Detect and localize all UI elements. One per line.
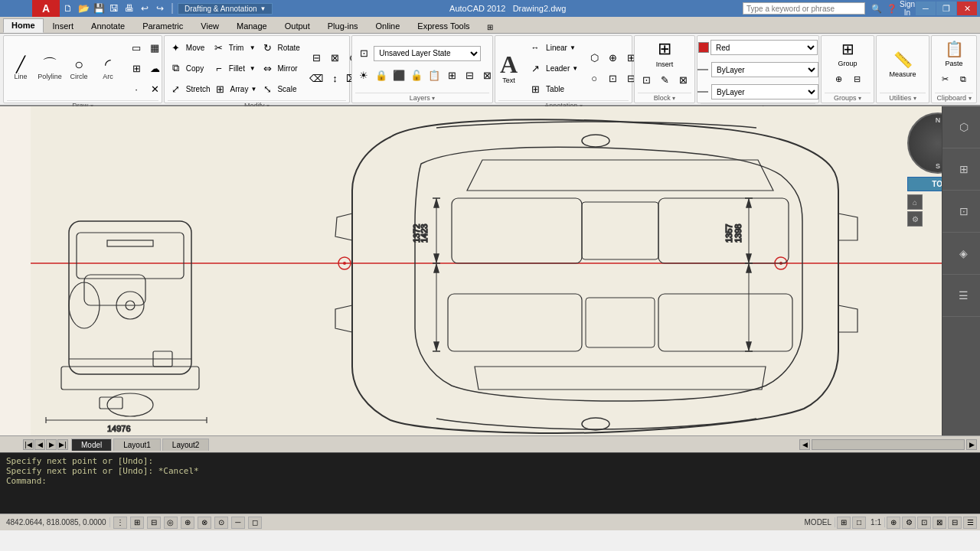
otrack-btn[interactable]: ⊗: [198, 517, 211, 529]
tab-layout2[interactable]: Layout2: [162, 439, 210, 451]
tab-extra[interactable]: ⊞: [482, 21, 498, 33]
group-label[interactable]: Group: [838, 60, 857, 67]
group-btn1[interactable]: ⊕: [830, 70, 847, 87]
layer-btn1[interactable]: ☀: [355, 67, 372, 84]
tab-output[interactable]: Output: [276, 19, 318, 33]
model-paper-btn[interactable]: ◻: [248, 517, 262, 529]
groups-dropdown[interactable]: ▾: [858, 95, 861, 102]
layer-btn3[interactable]: ⬛: [390, 67, 407, 84]
polyline-button[interactable]: ⌒ Polyline: [36, 55, 64, 82]
scale-button[interactable]: ⤡: [259, 80, 276, 97]
stretch-button[interactable]: ⤢: [168, 80, 185, 97]
text-label[interactable]: Text: [502, 77, 515, 84]
command-area[interactable]: Specify next point or [Undo]: Specify ne…: [0, 452, 980, 514]
array-button[interactable]: ⊞: [212, 80, 229, 97]
workspace-selector[interactable]: Drafting & Annotation ▼: [178, 3, 273, 15]
linear-dropdown[interactable]: ▼: [570, 44, 576, 51]
status-extra5[interactable]: ⊡: [917, 517, 931, 529]
maximize-button[interactable]: ❐: [936, 2, 956, 15]
point-button[interactable]: ·: [128, 80, 145, 97]
search-input[interactable]: [743, 2, 865, 15]
tab-nav-right2[interactable]: ▶|: [57, 439, 68, 450]
tab-home[interactable]: Home: [3, 18, 44, 33]
leader-label[interactable]: Leader: [546, 64, 570, 73]
new-button[interactable]: 🗋: [61, 2, 75, 15]
tab-nav-left2[interactable]: ◀: [34, 439, 45, 450]
tab-model[interactable]: Model: [71, 439, 112, 451]
fillet-dropdown[interactable]: ▼: [250, 65, 256, 72]
ann-extra2[interactable]: ⊕: [604, 50, 621, 67]
modify-edit2[interactable]: ⊠: [326, 50, 343, 67]
measure-label[interactable]: Measure: [889, 70, 916, 78]
insert-label[interactable]: Insert: [656, 60, 674, 68]
linetype-selector1[interactable]: ByLayer: [711, 62, 818, 77]
rectangle-button[interactable]: ▭: [128, 39, 145, 56]
polar-btn[interactable]: ◎: [164, 517, 178, 529]
rotate-button[interactable]: ↻: [259, 39, 276, 56]
layer-selector[interactable]: Unsaved Layer State: [374, 46, 481, 61]
side-btn-2[interactable]: ⊞: [942, 148, 980, 191]
status-extra6[interactable]: ⊠: [933, 517, 946, 529]
open-button[interactable]: 📂: [77, 2, 90, 15]
status-extra8[interactable]: ☰: [963, 517, 977, 529]
horizontal-scrollbar[interactable]: [812, 439, 965, 450]
scroll-right[interactable]: ▶: [966, 439, 977, 450]
block-edit1[interactable]: ⊡: [638, 71, 655, 88]
ann-extra6[interactable]: ⊡: [604, 70, 621, 87]
side-btn-4[interactable]: ◈: [942, 233, 980, 275]
ducs-btn[interactable]: ⊙: [214, 517, 228, 529]
ann-extra5[interactable]: ○: [586, 70, 603, 87]
modify-extra1[interactable]: ⌫: [308, 70, 325, 87]
tab-express-tools[interactable]: Express Tools: [409, 19, 478, 33]
status-extra1[interactable]: ⊞: [837, 517, 851, 529]
status-extra7[interactable]: ⊟: [948, 517, 962, 529]
layer-btn2[interactable]: 🔒: [373, 67, 390, 84]
search-button[interactable]: 🔍: [870, 2, 884, 15]
hatch-button[interactable]: ▦: [146, 39, 163, 56]
status-extra3[interactable]: ⊕: [887, 517, 900, 529]
tab-nav-left1[interactable]: |◀: [23, 439, 34, 450]
clipboard-btn2[interactable]: ⧉: [955, 70, 972, 87]
layer-properties-button[interactable]: ⊡: [355, 45, 372, 62]
status-extra2[interactable]: □: [852, 517, 866, 529]
side-btn-1[interactable]: ⬡: [942, 106, 980, 148]
status-extra4[interactable]: ⚙: [902, 517, 916, 529]
snap-btn[interactable]: ⋮: [113, 517, 127, 529]
side-btn-3[interactable]: ⊡: [942, 191, 980, 233]
mirror-button[interactable]: ⇔: [259, 60, 276, 77]
modify-edit1[interactable]: ⊟: [308, 50, 325, 67]
arc-button[interactable]: ◜ Arc: [94, 55, 122, 82]
print-button[interactable]: 🖶: [122, 2, 136, 15]
modify-extra2[interactable]: ↕: [326, 70, 343, 87]
layer-btn5[interactable]: 📋: [426, 67, 443, 84]
sign-in-button[interactable]: Sign In: [900, 2, 914, 15]
navcube-home-btn[interactable]: ⌂: [907, 194, 923, 210]
move-button[interactable]: ✦: [168, 39, 185, 56]
block-edit2[interactable]: ✎: [656, 71, 673, 88]
trim-button[interactable]: ✂: [211, 39, 227, 56]
linear-dim-icon[interactable]: ↔: [527, 39, 544, 56]
linetype-selector2[interactable]: ByLayer: [711, 84, 818, 99]
tab-layout1[interactable]: Layout1: [113, 439, 161, 451]
scroll-left[interactable]: ◀: [799, 439, 810, 450]
tab-insert[interactable]: Insert: [44, 19, 83, 33]
copy-button[interactable]: ⧉: [168, 60, 185, 77]
layer-btn4[interactable]: 🔓: [408, 67, 425, 84]
redo-button[interactable]: ↪: [153, 2, 167, 15]
app-icon[interactable]: A: [32, 0, 60, 17]
table-icon[interactable]: ⊞: [527, 80, 544, 97]
circle-button[interactable]: ○ Circle: [65, 55, 93, 82]
lwt-btn[interactable]: ─: [231, 517, 245, 529]
group-btn2[interactable]: ⊟: [848, 70, 865, 87]
clipboard-dropdown[interactable]: ▾: [969, 95, 972, 102]
line-button[interactable]: ╱ Line: [7, 55, 34, 82]
block-dropdown[interactable]: ▾: [672, 95, 675, 102]
tab-manage[interactable]: Manage: [228, 19, 276, 33]
leader-icon[interactable]: ↗: [527, 60, 544, 77]
save-button[interactable]: 💾: [92, 2, 106, 15]
osnap-btn[interactable]: ⊕: [181, 517, 194, 529]
minimize-button[interactable]: ─: [916, 2, 936, 15]
utilities-dropdown[interactable]: ▾: [913, 95, 916, 102]
clipboard-btn1[interactable]: ✂: [936, 70, 953, 87]
ann-extra1[interactable]: ⬡: [586, 50, 603, 67]
